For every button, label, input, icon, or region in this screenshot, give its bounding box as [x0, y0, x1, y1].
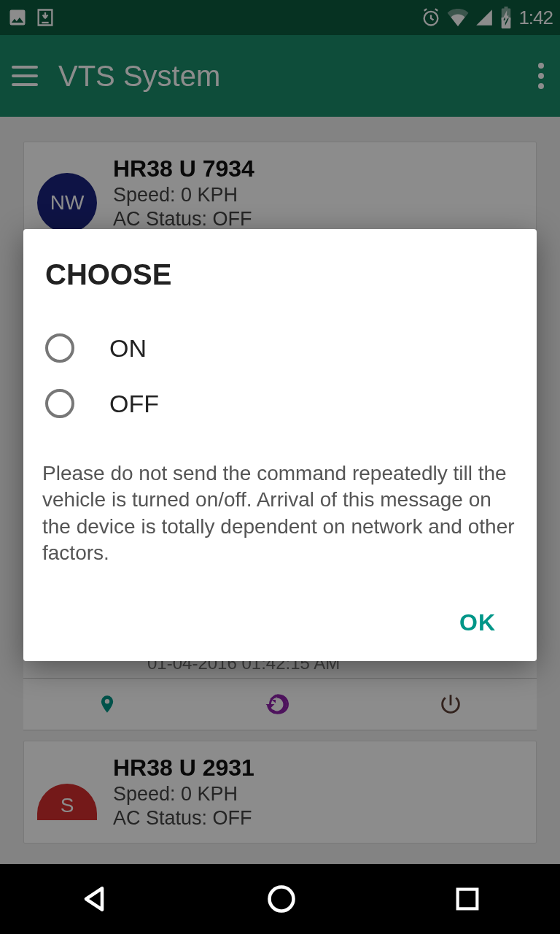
- home-icon[interactable]: [265, 883, 298, 915]
- dialog-title: CHOOSE: [41, 258, 519, 291]
- radio-label: ON: [109, 334, 147, 363]
- radio-icon: [45, 333, 74, 363]
- ok-button[interactable]: OK: [451, 602, 505, 644]
- radio-option-on[interactable]: ON: [41, 320, 519, 376]
- back-icon[interactable]: [78, 883, 110, 915]
- svg-point-0: [269, 887, 293, 911]
- radio-option-off[interactable]: OFF: [41, 376, 519, 431]
- recents-icon[interactable]: [453, 884, 482, 914]
- radio-label: OFF: [109, 390, 159, 418]
- dialog-message: Please do not send the command repeatedl…: [41, 460, 519, 567]
- radio-icon: [45, 389, 74, 418]
- svg-rect-1: [458, 889, 478, 909]
- choose-dialog: CHOOSE ON OFF Please do not send the com…: [23, 229, 537, 661]
- navigation-bar: [0, 864, 560, 934]
